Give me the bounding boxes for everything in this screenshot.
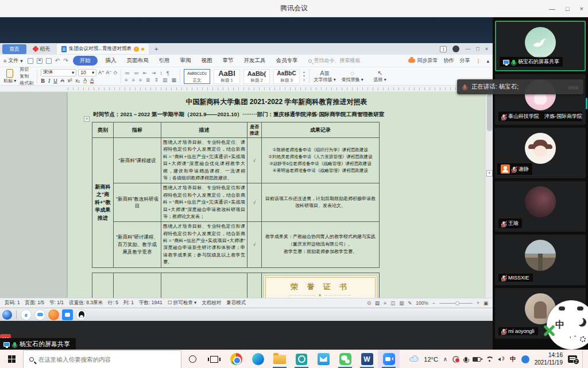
text-tool-button[interactable]: A≣ 文字排版 ▾	[313, 70, 337, 83]
cortana-button[interactable]	[181, 350, 203, 368]
gear-icon[interactable]	[580, 336, 586, 342]
collaborate-button[interactable]: 协作	[443, 57, 454, 64]
orange-browser-icon[interactable]	[48, 309, 59, 320]
outdent-icon[interactable]: ⇤	[143, 70, 148, 76]
underline-button[interactable]: U	[53, 78, 57, 83]
bold-button[interactable]: B	[41, 78, 45, 84]
justify-icon[interactable]: ≣	[146, 77, 150, 83]
blue-app-tray-icon[interactable]	[521, 355, 529, 363]
undo-icon[interactable]: ↶	[55, 57, 60, 64]
wps-account-avatar[interactable]	[452, 45, 459, 52]
style-heading2[interactable]: AaBb( 标题 2	[243, 69, 270, 84]
style-heading3[interactable]: AaBbC 标题 3	[273, 69, 300, 84]
document-scrollbar[interactable]: +	[485, 92, 493, 298]
taskbar-clock[interactable]: 14:16 2021/11/19	[535, 352, 563, 366]
file-menu[interactable]: ≡ 文件 ▾	[3, 57, 23, 64]
styles-gallery-arrows[interactable]: ▴▾≡	[303, 70, 305, 82]
font-name-select[interactable]: 宋体▾	[41, 69, 76, 76]
scrollbar-thumb[interactable]	[487, 94, 492, 131]
align-center-icon[interactable]: ≡	[131, 77, 134, 83]
cloud-browser-icon[interactable]	[34, 309, 45, 320]
document-page[interactable]: 中国新商科大学集团 2021-2022 学年新商科教育推进对照表 时间节点：20…	[68, 92, 485, 298]
zoom-slider[interactable]	[439, 303, 473, 304]
eye-protect-icon[interactable]: ⊙	[367, 300, 371, 306]
battery-icon[interactable]	[473, 357, 481, 362]
edit-pen-icon[interactable]: ✎	[408, 300, 412, 306]
window-count-badge[interactable]: 1	[440, 46, 447, 52]
strikethrough-button[interactable]: A	[61, 78, 64, 83]
command-search[interactable]: 查找命令、搜索模板	[308, 57, 361, 64]
edge-button[interactable]	[247, 350, 269, 368]
spellcheck-toggle[interactable]: ☐ 拼写检查 ▾	[168, 300, 197, 306]
font-color-button[interactable]: A	[90, 78, 94, 83]
zoom-level[interactable]: 100%	[416, 300, 428, 306]
shrink-font-button[interactable]: A⁻	[106, 70, 111, 75]
tencent-meeting-button[interactable]	[378, 350, 400, 368]
view-print-icon[interactable]: ▤	[375, 300, 380, 306]
fit-page-icon[interactable]: ▣	[483, 300, 488, 306]
green-brush-icon[interactable]	[543, 324, 555, 336]
ime-indicator[interactable]: 中	[510, 355, 516, 363]
sync-status-button[interactable]: 同步异常	[408, 57, 438, 64]
hidden-icons-chevron[interactable]: ∧	[443, 356, 447, 362]
wps-minimize-button[interactable]: —	[465, 46, 470, 52]
temperature[interactable]: 12°C	[424, 356, 438, 363]
zoom-in-button[interactable]: +	[477, 300, 479, 306]
new-file-icon[interactable]	[28, 58, 33, 64]
numbering-icon[interactable]: ≕	[134, 70, 139, 76]
ribbon-tab-member[interactable]: 会员专享	[274, 56, 300, 66]
wps-document-tab[interactable]: 集团会议对照...育推进对照表 !	[57, 44, 149, 54]
moon-icon[interactable]	[578, 318, 586, 327]
shading-icon[interactable]: ▥	[163, 77, 168, 83]
remote-start-button[interactable]	[2, 310, 12, 320]
ribbon-tab-insert[interactable]: 插入	[103, 56, 119, 66]
share-button[interactable]: 分享	[459, 57, 470, 64]
wechat-button[interactable]	[334, 350, 356, 368]
qq-app-icon[interactable]	[76, 309, 87, 320]
print-icon[interactable]	[46, 58, 52, 64]
volume-icon[interactable]	[498, 356, 505, 362]
weather-cloud-icon[interactable]	[409, 357, 419, 362]
task-view-button[interactable]	[203, 350, 225, 368]
quick-access-toolbar[interactable]: ↶ ↷	[28, 57, 68, 64]
show-marks-icon[interactable]: ¶	[167, 70, 169, 76]
microphone-tray-icon[interactable]	[465, 357, 467, 362]
style-normal[interactable]: AaBbCcDc 正文	[184, 69, 210, 84]
participant-tile[interactable]: 王瑜	[495, 181, 586, 232]
ribbon-tab-home[interactable]: 开始	[73, 56, 98, 66]
italic-button[interactable]: I	[48, 78, 50, 84]
find-replace-button[interactable]: ◌ 查找替换 ▾	[341, 70, 365, 83]
wps-close-button[interactable]: ×	[485, 46, 488, 52]
wps-restore-button[interactable]: □	[476, 46, 479, 52]
ribbon-tab-references[interactable]: 引用	[157, 56, 172, 66]
collapse-ribbon-icon[interactable]: ▴	[486, 58, 489, 64]
minimize-button[interactable]: —	[549, 5, 555, 12]
select-button[interactable]: ↖ 选择 ▾	[368, 70, 392, 83]
bullets-icon[interactable]: ≔	[125, 70, 130, 76]
ribbon-tab-layout[interactable]: 页面布局	[125, 56, 151, 66]
table-move-handle[interactable]: +	[84, 116, 90, 122]
security-alert-icon[interactable]	[452, 356, 459, 363]
paste-button[interactable]: 粘贴 ▾	[3, 69, 16, 84]
participant-tile[interactable]: MISSXIE	[495, 235, 586, 285]
ime-chinese-mode-icon[interactable]: 中	[555, 319, 564, 331]
subscript-button[interactable]: x₂	[75, 78, 80, 83]
grow-font-button[interactable]: A⁺	[98, 70, 104, 75]
close-button[interactable]: ×	[580, 5, 583, 12]
save-icon[interactable]	[37, 58, 42, 64]
view-read-icon[interactable]: ▥	[399, 300, 404, 306]
ribbon-tab-developer[interactable]: 开发工具	[242, 56, 268, 66]
mail-button[interactable]	[312, 350, 334, 368]
align-left-icon[interactable]: ≡	[125, 77, 127, 83]
participant-tile[interactable]: 谢静	[495, 128, 586, 178]
copy-button[interactable]: 复制	[20, 73, 33, 79]
align-right-icon[interactable]: ≡	[139, 77, 142, 83]
chrome-button[interactable]	[225, 350, 247, 368]
line-spacing-icon[interactable]: ⇕	[154, 77, 158, 83]
wps-home-tab[interactable]: 首页	[2, 44, 26, 54]
borders-icon[interactable]: ▦	[172, 77, 177, 83]
clear-format-icon[interactable]: ◇	[114, 70, 118, 75]
more-menu-icon[interactable]: ⋮	[475, 58, 481, 64]
maximize-button[interactable]: □	[566, 5, 570, 12]
wps-docer-tab[interactable]: 稻壳	[29, 44, 55, 54]
